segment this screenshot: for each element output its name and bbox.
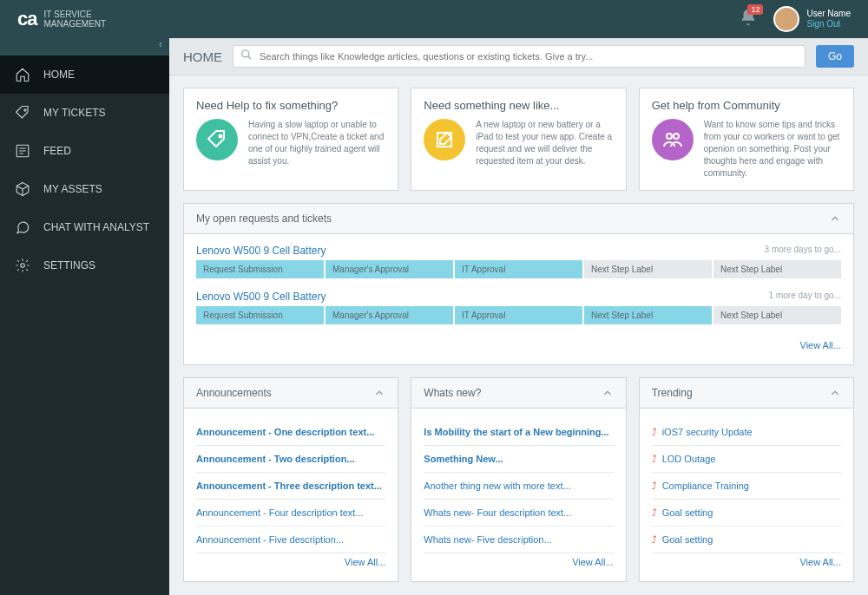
announcements-panel: Announcements Announcement - One descrip… xyxy=(183,377,398,582)
main: HOME Go Need Help to fix something? Havi… xyxy=(169,38,868,595)
sidebar-item-label: FEED xyxy=(43,145,71,157)
sidebar-item-feed[interactable]: FEED xyxy=(0,132,169,170)
sidebar-item-settings[interactable]: SETTINGS xyxy=(0,246,169,284)
chat-icon xyxy=(14,219,31,236)
sidebar-collapse[interactable]: ‹ xyxy=(0,38,169,56)
notification-badge: 12 xyxy=(747,4,763,15)
svg-point-4 xyxy=(220,135,222,138)
sidebar-item-home[interactable]: HOME xyxy=(0,56,169,94)
page-title: HOME xyxy=(183,49,222,64)
help-card[interactable]: Need something new like... A new laptop … xyxy=(411,88,626,191)
list-item[interactable]: Announcement - One description text... xyxy=(196,419,385,446)
help-card-title: Need Help to fix something? xyxy=(196,99,385,112)
svg-point-2 xyxy=(21,264,25,268)
ticket-step: Request Submission xyxy=(196,260,324,278)
ticket-step: Request Submission xyxy=(196,306,324,324)
list-item[interactable]: Announcement - Five description... xyxy=(196,526,385,553)
ticket-step: Next Step Label xyxy=(584,260,712,278)
ticket-step: Next Step Label xyxy=(713,306,841,324)
collapse-button[interactable] xyxy=(829,212,841,225)
list-item[interactable]: ⤴Goal setting xyxy=(652,526,841,553)
help-card-desc: Having a slow laptop or unable to connec… xyxy=(248,119,385,167)
trending-icon: ⤴ xyxy=(652,427,657,437)
svg-point-3 xyxy=(242,50,249,57)
view-all-link[interactable]: View All... xyxy=(652,553,841,571)
search-input[interactable] xyxy=(253,46,798,67)
trending-icon: ⤴ xyxy=(652,507,657,518)
help-card[interactable]: Get help from Community Want to know som… xyxy=(639,88,854,191)
ticket-step: Manager's Approval xyxy=(326,260,453,278)
svg-point-7 xyxy=(674,134,679,139)
list-item[interactable]: ⤴iOS7 security Update xyxy=(652,419,841,446)
box-icon xyxy=(14,180,31,198)
list-item[interactable]: Whats new- Four description text... xyxy=(424,500,613,526)
view-all-link[interactable]: View All... xyxy=(196,337,841,354)
help-card[interactable]: Need Help to fix something? Having a slo… xyxy=(183,88,398,191)
ticket: Lenovo W500 9 Cell Battery 3 more days t… xyxy=(196,245,841,278)
list-item[interactable]: Something New... xyxy=(424,446,613,473)
svg-point-6 xyxy=(667,134,672,139)
ticket: Lenovo W500 9 Cell Battery 1 more day to… xyxy=(196,291,841,324)
collapse-button[interactable] xyxy=(373,387,385,399)
panel-title: My open requests and tickets xyxy=(196,212,829,225)
logo: ca xyxy=(17,8,36,30)
sign-out-link[interactable]: Sign Out xyxy=(806,19,851,29)
logo-subtitle: IT SERVICE MANAGEMENT xyxy=(43,10,106,29)
list-item[interactable]: ⤴Compliance Training xyxy=(652,473,841,500)
trending-icon: ⤴ xyxy=(652,481,657,491)
bell-icon xyxy=(739,15,758,29)
svg-point-0 xyxy=(24,109,26,111)
help-card-title: Need something new like... xyxy=(424,99,613,112)
view-all-link[interactable]: View All... xyxy=(196,553,385,571)
sidebar-item-label: SETTINGS xyxy=(43,259,95,271)
panel-title: Whats new? xyxy=(424,387,601,399)
trending-icon: ⤴ xyxy=(652,454,657,464)
collapse-button[interactable] xyxy=(829,387,841,399)
help-card-icon xyxy=(196,119,238,160)
avatar[interactable] xyxy=(773,6,799,32)
ticket-step: Manager's Approval xyxy=(326,306,453,324)
sidebar: ‹ HOME MY TICKETS FEED MY ASSETS CHAT WI… xyxy=(0,38,169,595)
view-all-link[interactable]: View All... xyxy=(424,553,613,571)
go-button[interactable]: Go xyxy=(816,45,854,68)
list-item[interactable]: Announcement - Two description... xyxy=(196,446,385,473)
user-block: User Name Sign Out xyxy=(806,9,851,29)
open-requests-panel: My open requests and tickets Lenovo W500… xyxy=(183,203,854,365)
help-card-desc: A new laptop or new battery or a iPad to… xyxy=(476,119,613,167)
panel-title: Trending xyxy=(652,387,829,399)
sidebar-item-label: MY TICKETS xyxy=(43,107,106,119)
sidebar-item-label: HOME xyxy=(43,69,75,81)
list-item[interactable]: Whats new- Five description... xyxy=(424,526,613,553)
ticket-title[interactable]: Lenovo W500 9 Cell Battery xyxy=(196,245,326,257)
list-item[interactable]: ⤴Goal setting xyxy=(652,500,841,526)
list-item[interactable]: Announcement - Three description text... xyxy=(196,473,385,500)
ticket-title[interactable]: Lenovo W500 9 Cell Battery xyxy=(196,291,326,303)
sidebar-item-label: MY ASSETS xyxy=(43,183,102,195)
ticket-step: Next Step Label xyxy=(713,260,841,278)
tag-icon xyxy=(14,104,31,121)
ticket-step: IT Approval xyxy=(455,306,582,324)
user-name: User Name xyxy=(806,9,851,19)
whats-new-panel: Whats new? Is Mobility the start of a Ne… xyxy=(411,377,626,582)
ticket-step: IT Approval xyxy=(455,260,582,278)
notifications-button[interactable]: 12 xyxy=(739,8,758,30)
search-icon xyxy=(240,49,253,64)
sidebar-item-label: CHAT WITH ANALYST xyxy=(43,221,149,233)
sidebar-item-tickets[interactable]: MY TICKETS xyxy=(0,94,169,132)
feed-icon xyxy=(14,142,31,160)
sidebar-item-chat[interactable]: CHAT WITH ANALYST xyxy=(0,208,169,246)
trending-icon: ⤴ xyxy=(652,534,657,545)
help-card-icon xyxy=(424,119,465,160)
list-item[interactable]: ⤴LOD Outage xyxy=(652,446,841,473)
help-card-title: Get help from Community xyxy=(652,99,841,112)
panel-title: Announcements xyxy=(196,387,373,399)
home-icon xyxy=(14,66,31,83)
collapse-button[interactable] xyxy=(602,387,614,399)
sidebar-item-assets[interactable]: MY ASSETS xyxy=(0,170,169,208)
ticket-due: 1 more day to go... xyxy=(769,291,841,303)
list-item[interactable]: Announcement - Four description text... xyxy=(196,500,385,526)
topbar: HOME Go xyxy=(169,38,868,75)
list-item[interactable]: Another thing new with more text... xyxy=(424,473,613,500)
list-item[interactable]: Is Mobility the start of a New beginning… xyxy=(424,419,613,446)
help-card-desc: Want to know some tips and tricks from y… xyxy=(704,119,841,180)
